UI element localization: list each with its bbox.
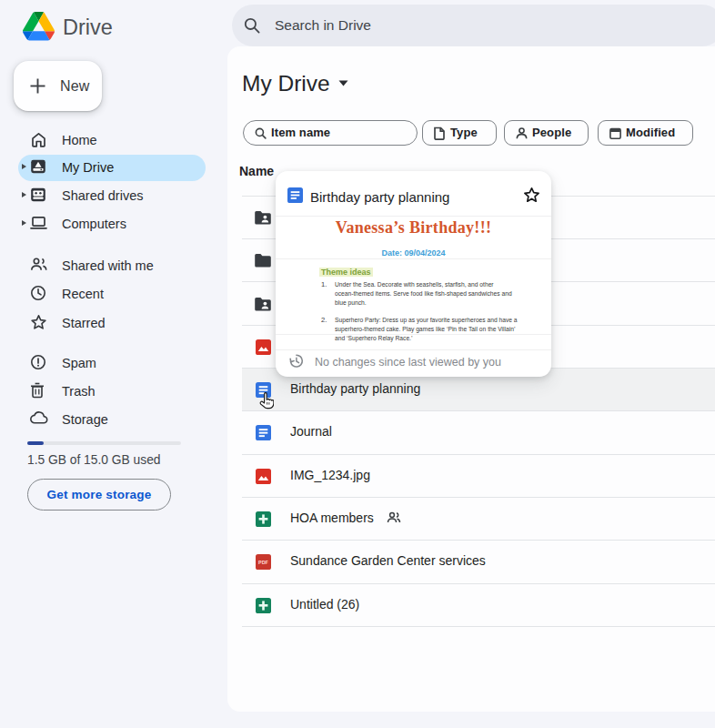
svg-text:PDF: PDF: [258, 560, 268, 565]
